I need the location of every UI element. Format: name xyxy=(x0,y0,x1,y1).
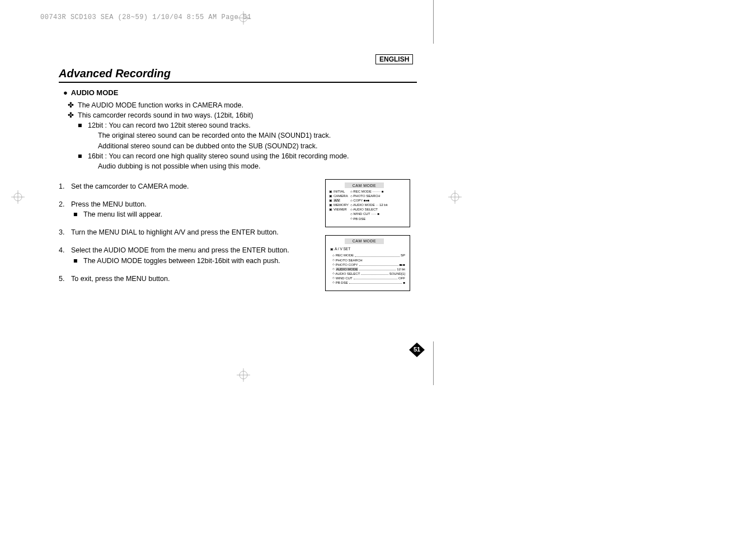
square-bullet-icon: ■ xyxy=(78,151,88,161)
step-text: Select the AUDIO MODE from the menu and … xyxy=(71,246,289,254)
square-bullet-icon: ■ xyxy=(73,256,83,266)
registration-mark-icon xyxy=(237,11,250,25)
step-number: 1. xyxy=(59,181,71,191)
registration-mark-icon xyxy=(237,368,250,382)
bit-desc: Additional stereo sound can be dubbed on… xyxy=(98,141,417,151)
folder-icon: ▣ xyxy=(329,189,334,194)
crop-mark xyxy=(433,341,434,385)
bit-label: 12bit : xyxy=(88,120,107,130)
bullet-icon: ✤ xyxy=(68,110,78,120)
bit-label: 16bit : xyxy=(88,151,107,161)
step-number: 3. xyxy=(59,227,71,237)
step-text: Press the MENU button. xyxy=(71,200,147,208)
intro-line: The AUDIO MODE function works in CAMERA … xyxy=(78,100,243,110)
step-text: Turn the MENU DIAL to highlight A/V and … xyxy=(71,228,279,236)
screen-title: CAM MODE xyxy=(345,182,384,188)
registration-mark-icon xyxy=(11,190,25,204)
square-bullet-icon: ■ xyxy=(78,120,88,130)
step-text: Set the camcorder to CAMERA mode. xyxy=(71,182,189,190)
step-number: 2. xyxy=(59,199,71,209)
substep-text: The menu list will appear. xyxy=(83,209,162,219)
bit-desc: You can record two 12bit stereo sound tr… xyxy=(109,120,251,130)
language-badge: ENGLISH xyxy=(375,54,413,64)
section-title: Advanced Recording xyxy=(59,67,417,83)
folder-icon: ▣ xyxy=(329,194,334,198)
registration-mark-icon xyxy=(448,190,462,204)
folder-icon: ▣ xyxy=(329,207,334,212)
square-bullet-icon: ■ xyxy=(73,209,83,219)
screen-title: CAM MODE xyxy=(345,238,384,244)
step-number: 4. xyxy=(59,245,71,255)
folder-icon: ▣ xyxy=(329,198,334,203)
bullet-icon: ● xyxy=(63,88,68,97)
folder-icon: ▣ xyxy=(329,203,334,207)
bullet-icon: ✤ xyxy=(68,100,78,110)
menu-screen-illustration: CAM MODE ▣INITIAL ▣CAMERA ▣A/V ▣MEMORY ▣… xyxy=(325,179,410,227)
audio-mode-heading: ●AUDIO MODE xyxy=(63,88,417,97)
step-number: 5. xyxy=(59,274,71,284)
bit-desc: You can record one high quality stereo s… xyxy=(109,151,349,161)
print-header: 00743R SCD103 SEA (28~59) 1/10/04 8:55 A… xyxy=(40,13,251,21)
back-icon: ▣ xyxy=(330,247,335,251)
page-number-badge: 51 xyxy=(409,346,425,357)
page-number: 51 xyxy=(409,346,425,353)
bit-desc: The original stereo sound can be recorde… xyxy=(98,130,417,140)
menu-screen-illustration: CAM MODE ▣A / V SET ◇ REC MODESP ◇ PHOTO… xyxy=(325,235,410,291)
intro-line: This camcorder records sound in two ways… xyxy=(78,110,253,120)
bit-desc: Audio dubbing is not possible when using… xyxy=(98,161,417,171)
step-text: To exit, press the MENU button. xyxy=(71,275,170,283)
crop-mark xyxy=(433,0,434,44)
substep-text: The AUDIO MODE toggles between 12bit-16b… xyxy=(83,256,280,266)
